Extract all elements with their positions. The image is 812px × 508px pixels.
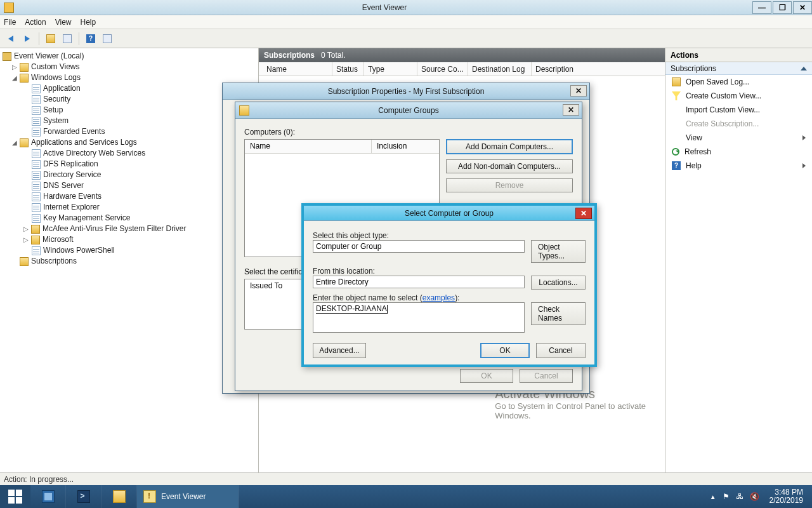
tray-network-icon[interactable]: 🖧 — [736, 492, 743, 501]
action-view[interactable]: View — [665, 131, 812, 145]
menu-action[interactable]: Action — [25, 18, 46, 27]
tray-flag-icon[interactable]: ⚑ — [723, 492, 730, 501]
tree-as-item[interactable]: DNS Server — [1, 180, 257, 191]
tree-windows-logs[interactable]: ◢Windows Logs — [1, 72, 257, 83]
dialog-titlebar[interactable]: Select Computer or Group ✕ — [304, 206, 594, 221]
log-icon — [32, 95, 41, 104]
tree-wl-item[interactable]: Setup — [1, 105, 257, 116]
col-name[interactable]: Name — [263, 62, 332, 76]
taskbar-event-viewer[interactable]: Event Viewer — [137, 485, 239, 508]
taskbar-explorer[interactable] — [102, 485, 137, 508]
col-desc[interactable]: Description — [532, 62, 661, 76]
watermark-sub1: Go to System in Control Panel to activat… — [495, 401, 646, 411]
start-button[interactable] — [0, 485, 30, 508]
tree-subscriptions[interactable]: Subscriptions — [1, 256, 257, 267]
tree-as-item[interactable]: Hardware Events — [1, 191, 257, 202]
toolbar-icon-4[interactable] — [100, 32, 114, 46]
tree-wl-item[interactable]: Forwarded Events — [1, 126, 257, 137]
tree-as-item[interactable]: ▷McAfee Anti-Virus File System Filter Dr… — [1, 224, 257, 234]
check-names-button[interactable]: Check Names — [531, 302, 586, 325]
tree-label: Forwarded Events — [43, 126, 105, 137]
nav-forward-button[interactable] — [20, 32, 34, 46]
nav-back-button[interactable] — [4, 32, 18, 46]
ok-button[interactable]: OK — [480, 343, 530, 358]
object-name-input[interactable]: DESKTOP-RJIAANA — [313, 302, 525, 333]
tree-as-item[interactable]: DFS Replication — [1, 159, 257, 170]
col-source[interactable]: Source Co... — [417, 62, 468, 76]
taskbar-powershell[interactable] — [66, 485, 102, 508]
powershell-icon — [77, 490, 90, 503]
tree-wl-item[interactable]: Security — [1, 94, 257, 105]
tree-apps-services[interactable]: ◢Applications and Services Logs — [1, 137, 257, 148]
tree-as-item[interactable]: ▷Microsoft — [1, 234, 257, 245]
collapse-icon[interactable]: ◢ — [11, 72, 17, 83]
toolbar-icon-2[interactable] — [60, 32, 74, 46]
tree-custom-views[interactable]: ▷Custom Views — [1, 62, 257, 72]
action-help[interactable]: ?Help — [665, 159, 812, 173]
server-manager-icon — [42, 490, 55, 503]
action-import-custom-view[interactable]: Import Custom View... — [665, 103, 812, 117]
dialog-close-button[interactable]: ✕ — [570, 85, 587, 97]
tray-volume-icon[interactable]: 🔇 — [750, 492, 759, 501]
panel-icon — [63, 34, 72, 43]
expand-icon[interactable]: ▷ — [11, 62, 17, 72]
expand-icon[interactable]: ▷ — [23, 234, 29, 245]
log-icon — [32, 214, 41, 223]
dialog-close-button[interactable]: ✕ — [575, 208, 592, 219]
object-types-button[interactable]: Object Types... — [531, 240, 586, 263]
dialog-titlebar[interactable]: Subscription Properties - My First Subsc… — [223, 83, 589, 100]
log-icon — [32, 106, 41, 115]
tree-label: Windows Logs — [31, 72, 81, 83]
toolbar-icon-3[interactable]: ? — [84, 32, 98, 46]
action-open-saved-log[interactable]: Open Saved Log... — [665, 75, 812, 89]
window-minimize-button[interactable]: — — [752, 1, 771, 14]
toolbar-divider — [39, 32, 39, 45]
add-domain-computers-button[interactable]: Add Domain Computers... — [446, 139, 573, 154]
advanced-button[interactable]: Advanced... — [313, 343, 366, 358]
col-status[interactable]: Status — [332, 62, 364, 76]
dialog-close-button[interactable]: ✕ — [563, 104, 579, 116]
col-type[interactable]: Type — [364, 62, 417, 76]
arrow-right-icon — [25, 36, 30, 42]
event-viewer-icon — [143, 490, 156, 503]
tree-as-item[interactable]: Active Directory Web Services — [1, 148, 257, 159]
tree-as-item[interactable]: Directory Service — [1, 170, 257, 180]
toolbar-divider — [79, 32, 79, 45]
taskbar-server-manager[interactable] — [30, 485, 66, 508]
col-name[interactable]: Name — [245, 140, 372, 153]
tree-as-item[interactable]: Windows PowerShell — [1, 245, 257, 256]
action-refresh[interactable]: Refresh — [665, 145, 812, 159]
tray-chevron-up-icon[interactable]: ▲ — [710, 493, 716, 500]
window-close-button[interactable]: ✕ — [793, 1, 812, 14]
expand-icon[interactable]: ▷ — [23, 224, 29, 234]
list-columns: Name Status Type Source Co... Destinatio… — [259, 62, 665, 76]
window-titlebar: Event Viewer — ❐ ✕ — [0, 0, 812, 15]
actions-section[interactable]: Subscriptions — [665, 62, 812, 75]
collapse-icon[interactable]: ◢ — [11, 137, 17, 148]
toolbar-icon-1[interactable] — [44, 32, 58, 46]
tree-as-item[interactable]: Key Management Service — [1, 213, 257, 224]
col-dest[interactable]: Destination Log — [468, 62, 532, 76]
dialog-title-text: Select Computer or Group — [405, 209, 494, 218]
menu-help[interactable]: Help — [81, 18, 96, 27]
list-header: Name Inclusion — [245, 140, 439, 154]
menu-file[interactable]: File — [4, 18, 16, 27]
dialog-title-text: Subscription Properties - My First Subsc… — [328, 87, 485, 96]
taskbar-clock[interactable]: 3:48 PM 2/20/2019 — [766, 488, 807, 505]
tree-wl-item[interactable]: System — [1, 116, 257, 126]
locations-button[interactable]: Locations... — [531, 276, 586, 290]
folder-icon — [20, 63, 29, 72]
menu-view[interactable]: View — [55, 18, 72, 27]
tree-label: Hardware Events — [43, 191, 102, 202]
tree-wl-item[interactable]: Application — [1, 83, 257, 94]
refresh-icon — [672, 148, 679, 156]
examples-link[interactable]: examples — [422, 293, 455, 302]
dialog-titlebar[interactable]: Computer Groups ✕ — [235, 102, 582, 119]
window-maximize-button[interactable]: ❐ — [773, 1, 792, 14]
action-create-custom-view[interactable]: Create Custom View... — [665, 89, 812, 103]
col-inclusion[interactable]: Inclusion — [372, 140, 439, 153]
add-non-domain-computers-button[interactable]: Add Non-domain Computers... — [446, 159, 573, 173]
tree-as-item[interactable]: Internet Explorer — [1, 202, 257, 213]
tree-root[interactable]: Event Viewer (Local) — [1, 51, 257, 62]
cancel-button[interactable]: Cancel — [536, 343, 586, 358]
